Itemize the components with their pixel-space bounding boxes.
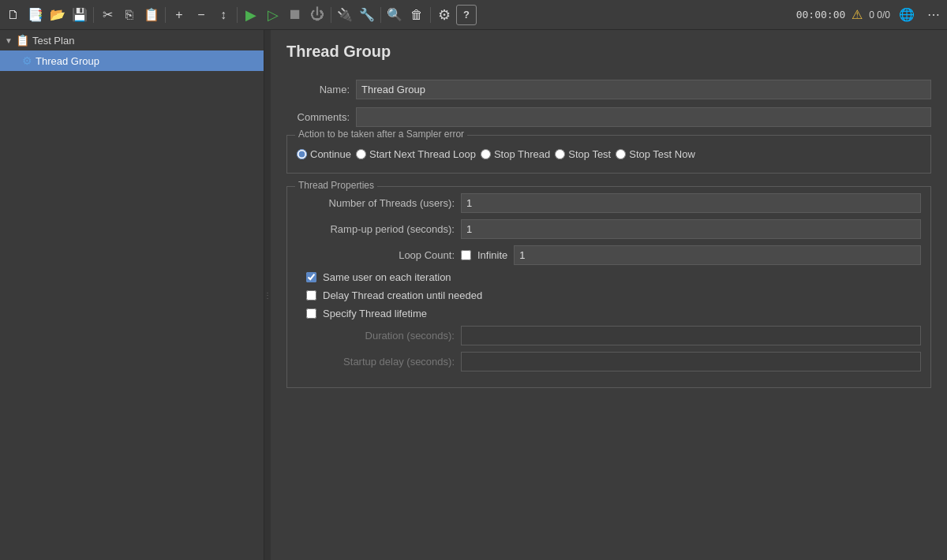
- delay-thread-checkbox[interactable]: [306, 290, 316, 301]
- num-threads-row: Number of Threads (users):: [297, 193, 921, 213]
- comments-input[interactable]: [356, 107, 931, 127]
- resize-handle[interactable]: ⋮: [264, 30, 271, 560]
- sampler-error-section: Action to be taken after a Sampler error…: [286, 135, 931, 174]
- specify-lifetime-checkbox[interactable]: [306, 308, 316, 319]
- copy-icon[interactable]: ⎘: [119, 5, 140, 25]
- radio-stop-thread-label[interactable]: Stop Thread: [494, 148, 550, 160]
- paste-icon[interactable]: 📋: [141, 5, 162, 25]
- arrow-icon: ▼: [5, 36, 13, 45]
- radio-start-next-label[interactable]: Start Next Thread Loop: [369, 148, 476, 160]
- infinite-checkbox[interactable]: [461, 250, 471, 260]
- name-row: Name:: [286, 80, 931, 99]
- sep1: [93, 7, 94, 23]
- delay-thread-label[interactable]: Delay Thread creation until needed: [323, 289, 482, 301]
- toolbar: 🗋 📑 📂 💾 ✂ ⎘ 📋 + − ↕ ▶ ▷ ⏹ ⏻ 🔌 🔧 🔍 🗑 ⚙ ? …: [0, 0, 947, 30]
- specify-lifetime-row: Specify Thread lifetime: [297, 308, 921, 319]
- name-input[interactable]: [356, 80, 931, 99]
- same-user-row: Same user on each iteration: [297, 271, 921, 283]
- loop-count-input[interactable]: [514, 245, 921, 265]
- stop-icon[interactable]: ⏹: [285, 5, 305, 25]
- thread-properties-legend: Thread Properties: [295, 180, 377, 191]
- comments-row: Comments:: [286, 107, 931, 127]
- toggle-icon[interactable]: ↕: [213, 5, 234, 25]
- startup-delay-label: Startup delay (seconds):: [297, 356, 455, 368]
- counter-display: 0 0/0: [869, 9, 890, 21]
- sep4: [331, 7, 331, 23]
- radio-stop-test-now[interactable]: Stop Test Now: [616, 148, 695, 160]
- infinite-label[interactable]: Infinite: [477, 249, 507, 261]
- main-area: ▼ 📋 Test Plan ⚙ Thread Group ⋮ Thread Gr…: [0, 30, 947, 560]
- ramp-up-row: Ramp-up period (seconds):: [297, 219, 921, 239]
- sidebar-item-test-plan[interactable]: ▼ 📋 Test Plan: [0, 30, 264, 50]
- remote-start-icon[interactable]: 🔌: [335, 5, 355, 25]
- comments-label: Comments:: [286, 111, 350, 123]
- name-label: Name:: [286, 84, 350, 95]
- startup-delay-input[interactable]: [461, 352, 921, 371]
- shutdown-icon[interactable]: ⏻: [307, 5, 328, 25]
- error-action-radio-group: Continue Start Next Thread Loop Stop Thr…: [297, 142, 921, 163]
- run-no-pause-icon[interactable]: ▷: [263, 5, 283, 25]
- toolbar-right: 00:00:00 ⚠ 0 0/0 🌐 ⋯: [796, 5, 944, 25]
- radio-stop-test[interactable]: Stop Test: [555, 148, 611, 160]
- delay-thread-row: Delay Thread creation until needed: [297, 289, 921, 301]
- save-icon[interactable]: 💾: [69, 5, 90, 25]
- test-plan-label: Test Plan: [32, 35, 74, 47]
- search-icon[interactable]: 🔍: [384, 5, 405, 25]
- duration-input[interactable]: [461, 326, 921, 345]
- num-threads-input[interactable]: [461, 193, 921, 213]
- sidebar: ▼ 📋 Test Plan ⚙ Thread Group: [0, 30, 264, 560]
- warning-icon: ⚠: [852, 7, 863, 22]
- sep2: [165, 7, 166, 23]
- more-icon[interactable]: ⋯: [923, 5, 944, 25]
- num-threads-label: Number of Threads (users):: [297, 197, 455, 209]
- radio-stop-test-label[interactable]: Stop Test: [568, 148, 611, 160]
- sep6: [430, 7, 431, 23]
- thread-group-icon: ⚙: [22, 54, 32, 67]
- sep5: [380, 7, 381, 23]
- ramp-up-label: Ramp-up period (seconds):: [297, 223, 455, 235]
- test-plan-icon: 📋: [16, 34, 29, 47]
- loop-count-row: Loop Count: Infinite: [297, 245, 921, 265]
- cut-icon[interactable]: ✂: [97, 5, 118, 25]
- open-icon[interactable]: 📂: [47, 5, 68, 25]
- ramp-up-input[interactable]: [461, 219, 921, 239]
- timer-display: 00:00:00: [796, 9, 846, 21]
- properties-icon[interactable]: ⚙: [434, 5, 455, 25]
- radio-continue[interactable]: Continue: [297, 148, 351, 160]
- sampler-error-legend: Action to be taken after a Sampler error: [295, 129, 467, 140]
- expand-icon[interactable]: +: [169, 5, 189, 25]
- loop-count-label: Loop Count:: [297, 249, 455, 261]
- templates-icon[interactable]: 📑: [25, 5, 46, 25]
- globe-icon[interactable]: 🌐: [896, 5, 917, 25]
- sidebar-item-thread-group[interactable]: ⚙ Thread Group: [0, 50, 264, 71]
- radio-stop-thread[interactable]: Stop Thread: [481, 148, 550, 160]
- duration-label: Duration (seconds):: [297, 330, 455, 342]
- run-icon[interactable]: ▶: [241, 5, 261, 25]
- radio-stop-test-now-label[interactable]: Stop Test Now: [629, 148, 695, 160]
- thread-group-label: Thread Group: [36, 55, 99, 67]
- clear-icon[interactable]: 🗑: [406, 5, 427, 25]
- collapse-icon[interactable]: −: [191, 5, 211, 25]
- specify-lifetime-label[interactable]: Specify Thread lifetime: [323, 308, 427, 319]
- page-title: Thread Group: [286, 43, 931, 67]
- content-area: Thread Group Name: Comments: Action to b…: [271, 30, 947, 560]
- thread-properties-section: Thread Properties Number of Threads (use…: [286, 186, 931, 388]
- radio-start-next[interactable]: Start Next Thread Loop: [356, 148, 476, 160]
- sep3: [237, 7, 238, 23]
- same-user-checkbox[interactable]: [306, 272, 316, 282]
- startup-delay-row: Startup delay (seconds):: [297, 352, 921, 371]
- radio-continue-label[interactable]: Continue: [310, 148, 351, 160]
- new-icon[interactable]: 🗋: [3, 5, 24, 25]
- help-icon[interactable]: ?: [456, 5, 477, 25]
- remote-run-icon[interactable]: 🔧: [357, 5, 377, 25]
- duration-row: Duration (seconds):: [297, 326, 921, 345]
- same-user-label[interactable]: Same user on each iteration: [323, 271, 451, 283]
